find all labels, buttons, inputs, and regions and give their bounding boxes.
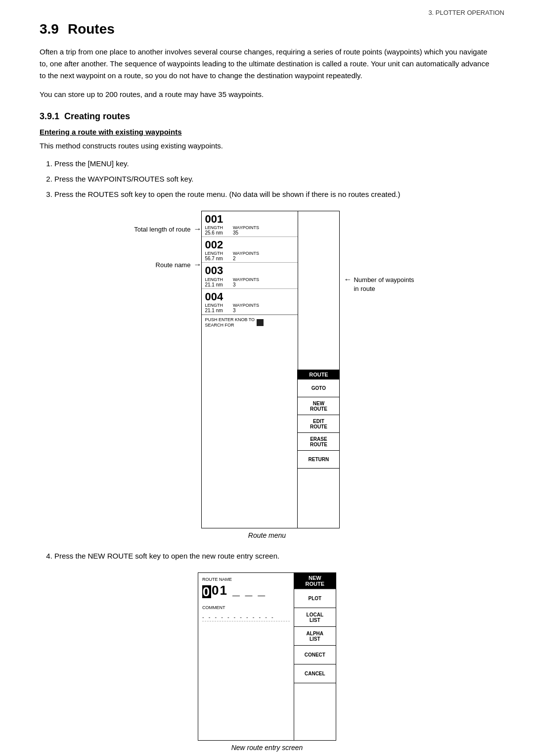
cancel-button[interactable]: CANCEL (294, 664, 336, 683)
subsection-title: 3.9.1Creating routes (40, 111, 494, 122)
search-icon (257, 319, 264, 326)
route-num-004: 004 (205, 291, 295, 303)
new-route-main: ROUTE NAME 001 _ _ _ COMMENT - - - - - -… (198, 573, 294, 740)
route-item-004: 004 LENGTH 21.1 nm WAYPOINTS 3 (202, 289, 298, 315)
route-menu-figure: Total length of route → Route name → 001 (40, 211, 494, 539)
new-route-caption: New route entry screen (231, 744, 303, 752)
goto-button[interactable]: GOTO (298, 379, 339, 397)
return-button[interactable]: RETURN (298, 451, 339, 469)
comment-label: COMMENT (202, 605, 290, 610)
alpha-list-button[interactable]: ALPHALIST (294, 627, 336, 646)
new-route-figure: ROUTE NAME 001 _ _ _ COMMENT - - - - - -… (40, 572, 494, 752)
route-name-label: ROUTE NAME (202, 577, 290, 582)
cursor: 0 (202, 585, 211, 598)
comment-dashes: - - - - - - - - - - - - (202, 614, 290, 621)
new-route-sidebar: NEW ROUTE PLOT LOCALLIST ALPHALIST CONEC… (294, 573, 336, 740)
step-1: Press the [MENU] key. (54, 157, 494, 170)
header-text: 3. PLOTTER OPERATION (428, 9, 504, 16)
route-name-value: 001 _ _ _ (202, 583, 290, 598)
route-num-001: 001 (205, 213, 295, 225)
new-route-header: NEW ROUTE (294, 573, 336, 589)
conect-button[interactable]: CONECT (294, 646, 336, 664)
route-num-003: 003 (205, 265, 295, 277)
subsubsection-intro: This method constructs routes using exis… (40, 140, 494, 152)
subsubsection-title: Entering a route with existing waypoints (40, 128, 494, 136)
route-num-002: 002 (205, 239, 295, 251)
label-total-length: Total length of route → (134, 225, 201, 234)
search-bar: PUSH ENTER KNOB TOSEARCH FOR (202, 315, 298, 330)
route-sidebar: ROUTE GOTO NEWROUTE EDITROUTE ERASEROUTE… (297, 370, 339, 528)
section-title: 3.9Routes (40, 21, 494, 37)
intro-para-2: You can store up to 200 routes, and a ro… (40, 89, 494, 100)
route-menu-caption: Route menu (248, 531, 286, 539)
waypoints-label: Number of waypoints (354, 276, 414, 284)
plot-button[interactable]: PLOT (294, 589, 336, 608)
route-list: 001 LENGTH 25.6 nm WAYPOINTS 35 (202, 211, 298, 370)
in-route-label: in route (354, 285, 375, 292)
steps-list: Press the [MENU] key. Press the WAYPOINT… (54, 157, 494, 201)
edit-route-button[interactable]: EDITROUTE (298, 415, 339, 433)
label-route-name: Route name → (156, 260, 202, 269)
step-2: Press the WAYPOINTS/ROUTES soft key. (54, 172, 494, 186)
sidebar-header: ROUTE (298, 370, 339, 379)
step-4: Press the NEW ROUTE soft key to open the… (54, 549, 494, 563)
right-annotations: ← Number of waypoints in route (340, 211, 414, 292)
route-menu-screen: 001 LENGTH 25.6 nm WAYPOINTS 35 (201, 211, 340, 528)
page-header: 3. PLOTTER OPERATION (0, 0, 534, 16)
erase-route-button[interactable]: ERASEROUTE (298, 433, 339, 451)
local-list-button[interactable]: LOCALLIST (294, 608, 336, 627)
step-4-list: Press the NEW ROUTE soft key to open the… (54, 549, 494, 563)
new-route-screen: ROUTE NAME 001 _ _ _ COMMENT - - - - - -… (198, 572, 336, 741)
intro-para-1: Often a trip from one place to another i… (40, 46, 494, 82)
step-3: Press the ROUTES soft key to open the ro… (54, 188, 494, 201)
route-item-001: 001 LENGTH 25.6 nm WAYPOINTS 35 (202, 211, 298, 237)
route-item-003: 003 LENGTH 21.1 nm WAYPOINTS 3 (202, 263, 298, 288)
route-item-002: 002 LENGTH 56.7 nm WAYPOINTS 2 (202, 237, 298, 263)
new-route-button[interactable]: NEWROUTE (298, 397, 339, 415)
